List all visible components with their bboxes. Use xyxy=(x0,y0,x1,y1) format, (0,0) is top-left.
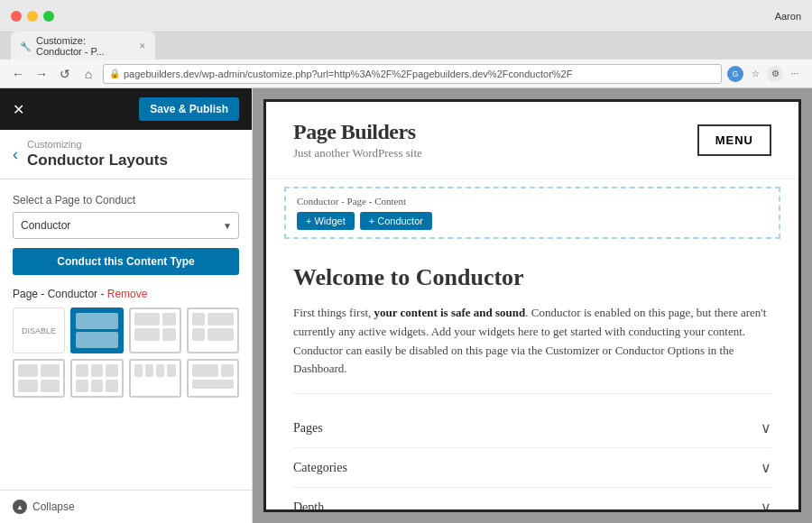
add-conductor-button[interactable]: + Conductor xyxy=(360,212,432,230)
tab-bar: 🔧 Customize: Conductor - P... ✕ xyxy=(0,32,812,60)
conductor-action-buttons: + Widget + Conductor xyxy=(297,212,768,230)
customizer-panel: ✕ Save & Publish ‹ Customizing Conductor… xyxy=(0,88,253,523)
layout-full-width[interactable] xyxy=(70,307,123,353)
col-1 xyxy=(18,364,38,377)
pages-chevron-icon: ∨ xyxy=(761,419,771,436)
layout-row xyxy=(134,313,176,326)
layout-sidebar-ls-2 xyxy=(192,328,205,341)
traffic-lights xyxy=(11,11,54,22)
body-bold: your content is safe and sound xyxy=(374,306,526,319)
conductor-area-label: Conductor - Page - Content xyxy=(297,196,768,206)
bookmark-icon[interactable]: ☆ xyxy=(747,66,763,82)
layout-sidebar-2 xyxy=(162,328,175,341)
layout-sidebar-ls xyxy=(192,313,205,326)
select-page-label: Select a Page to Conduct xyxy=(13,194,239,206)
fcol-2 xyxy=(145,364,153,377)
close-traffic-light[interactable] xyxy=(11,11,22,22)
remove-link[interactable]: Remove xyxy=(107,288,148,300)
layout-grid: DISABLE xyxy=(13,307,239,353)
layout-disable[interactable]: DISABLE xyxy=(13,307,65,353)
panel-body: Select a Page to Conduct Conductor Home … xyxy=(0,179,252,490)
layout-main xyxy=(134,313,161,326)
panel-title: Conductor Layouts xyxy=(27,151,168,170)
layout-mixed[interactable] xyxy=(187,359,239,398)
categories-chevron-icon: ∨ xyxy=(761,459,771,476)
forward-button[interactable]: → xyxy=(32,65,51,83)
tab-favicon: 🔧 xyxy=(20,41,31,51)
fcol-3 xyxy=(156,364,164,377)
layout-row-ls xyxy=(192,313,234,326)
layout-bar-full xyxy=(76,313,117,329)
save-publish-button[interactable]: Save & Publish xyxy=(139,97,239,121)
page-conductor-row: Page - Conductor - Remove xyxy=(13,288,239,300)
accordion-categories-label: Categories xyxy=(293,461,347,475)
fcol-1 xyxy=(134,364,143,377)
tcol-1 xyxy=(76,364,88,377)
tcol-3b xyxy=(106,380,117,392)
menu-dots-icon[interactable]: ··· xyxy=(787,66,803,82)
browser-window: Aaron 🔧 Customize: Conductor - P... ✕ ← … xyxy=(0,0,812,523)
layout-sidebar xyxy=(162,313,175,326)
browser-tab[interactable]: 🔧 Customize: Conductor - P... ✕ xyxy=(11,32,155,60)
collapse-arrow-icon: ▲ xyxy=(16,503,23,511)
extension-icon-2[interactable]: ⚙ xyxy=(767,66,783,82)
back-button[interactable]: ← xyxy=(9,65,27,83)
minimize-traffic-light[interactable] xyxy=(27,11,38,22)
layout-three-col[interactable] xyxy=(70,359,123,398)
refresh-button[interactable]: ↺ xyxy=(56,65,74,83)
wp-site: Page Builders Just another WordPress sit… xyxy=(266,102,798,512)
fullscreen-traffic-light[interactable] xyxy=(43,11,54,22)
depth-chevron-icon: ∨ xyxy=(761,499,771,512)
page-link-text: Page - Conductor - xyxy=(13,288,107,300)
title-bar: Aaron xyxy=(0,0,812,32)
panel-footer: ▲ Collapse xyxy=(0,490,252,523)
tcol-2b xyxy=(91,380,103,392)
two-col-row xyxy=(18,364,60,377)
layout-four-col[interactable] xyxy=(129,359,181,398)
mixed-row xyxy=(192,364,234,377)
layout-right-sidebar[interactable] xyxy=(129,307,181,353)
layout-grid-row2 xyxy=(13,359,239,398)
three-col-row-2 xyxy=(76,380,117,392)
panel-nav: ‹ Customizing Conductor Layouts xyxy=(0,130,252,179)
layout-two-col[interactable] xyxy=(13,359,65,398)
layout-main-ls xyxy=(208,313,234,326)
mixed-side xyxy=(221,364,234,377)
accordion-depth-label: Depth xyxy=(293,500,324,512)
tab-title: Customize: Conductor - P... xyxy=(36,35,134,57)
accordion-categories[interactable]: Categories ∨ xyxy=(293,448,771,488)
col-1b xyxy=(18,380,38,392)
wp-header: Page Builders Just another WordPress sit… xyxy=(266,102,798,179)
panel-back-button[interactable]: ‹ xyxy=(13,145,18,164)
accordion-depth[interactable]: Depth ∨ xyxy=(293,488,771,512)
preview-frame: Page Builders Just another WordPress sit… xyxy=(263,99,801,512)
disable-label: DISABLE xyxy=(22,326,56,335)
layout-row-2 xyxy=(134,328,176,341)
conduct-content-type-button[interactable]: Conduct this Content Type xyxy=(13,248,239,275)
extension-icon-1[interactable]: G xyxy=(727,66,743,82)
collapse-circle-icon: ▲ xyxy=(13,500,27,514)
menu-button[interactable]: MENU xyxy=(697,124,771,156)
accordion-pages[interactable]: Pages ∨ xyxy=(293,408,771,448)
site-title: Page Builders xyxy=(293,120,422,144)
home-button[interactable]: ⌂ xyxy=(79,65,97,83)
layout-bar-full-2 xyxy=(76,332,117,348)
content-body: First things first, your content is safe… xyxy=(293,304,771,379)
mixed-main xyxy=(192,364,218,377)
layout-main-2 xyxy=(134,328,161,341)
layout-main-ls-2 xyxy=(208,328,234,341)
address-bar[interactable]: 🔒 pagebuilders.dev/wp-admin/customize.ph… xyxy=(103,64,722,84)
add-widget-button[interactable]: + Widget xyxy=(297,212,355,230)
tab-close-icon[interactable]: ✕ xyxy=(139,41,146,50)
page-select[interactable]: Conductor Home About Blog xyxy=(13,212,239,239)
layout-left-sidebar[interactable] xyxy=(187,307,239,353)
fcol-4 xyxy=(167,364,175,377)
tcol-3 xyxy=(106,364,117,377)
accordion-pages-label: Pages xyxy=(293,421,323,436)
body-text-1: First things first, xyxy=(293,306,374,319)
close-customizer-button[interactable]: ✕ xyxy=(13,101,24,118)
collapse-button[interactable]: Collapse xyxy=(32,500,75,513)
conductor-widget-area: Conductor - Page - Content + Widget + Co… xyxy=(284,187,780,239)
browser-icon-group: G ☆ ⚙ ··· xyxy=(727,66,803,82)
site-tagline: Just another WordPress site xyxy=(293,146,422,161)
